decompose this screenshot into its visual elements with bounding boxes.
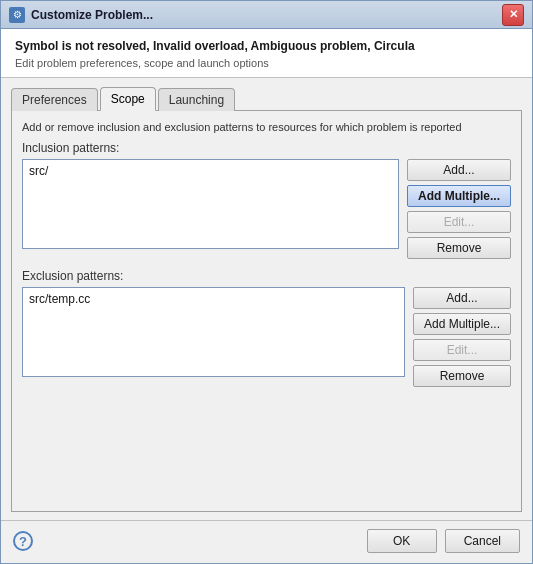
inclusion-section: src/ Add... Add Multiple... Edit... Remo… bbox=[22, 159, 511, 259]
dialog-footer: ? OK Cancel bbox=[1, 520, 532, 563]
inclusion-edit-button[interactable]: Edit... bbox=[407, 211, 511, 233]
tabs-bar: Preferences Scope Launching bbox=[11, 86, 522, 110]
scope-panel: Add or remove inclusion and exclusion pa… bbox=[11, 110, 522, 512]
exclusion-add-button[interactable]: Add... bbox=[413, 287, 511, 309]
exclusion-buttons: Add... Add Multiple... Edit... Remove bbox=[413, 287, 511, 387]
cancel-button[interactable]: Cancel bbox=[445, 529, 520, 553]
list-item: src/ bbox=[27, 163, 394, 179]
list-item: src/temp.cc bbox=[27, 291, 400, 307]
tab-preferences[interactable]: Preferences bbox=[11, 88, 98, 111]
dialog-header: Symbol is not resolved, Invalid overload… bbox=[1, 29, 532, 78]
exclusion-remove-button[interactable]: Remove bbox=[413, 365, 511, 387]
title-bar-text: Customize Problem... bbox=[31, 8, 502, 22]
inclusion-buttons: Add... Add Multiple... Edit... Remove bbox=[407, 159, 511, 259]
dialog-icon: ⚙ bbox=[9, 7, 25, 23]
problem-title: Symbol is not resolved, Invalid overload… bbox=[15, 39, 518, 53]
inclusion-add-button[interactable]: Add... bbox=[407, 159, 511, 181]
exclusion-edit-button[interactable]: Edit... bbox=[413, 339, 511, 361]
scope-description: Add or remove inclusion and exclusion pa… bbox=[22, 121, 511, 133]
exclusion-add-multiple-button[interactable]: Add Multiple... bbox=[413, 313, 511, 335]
close-button[interactable]: ✕ bbox=[502, 4, 524, 26]
exclusion-label: Exclusion patterns: bbox=[22, 269, 511, 283]
ok-button[interactable]: OK bbox=[367, 529, 437, 553]
inclusion-remove-button[interactable]: Remove bbox=[407, 237, 511, 259]
inclusion-list[interactable]: src/ bbox=[22, 159, 399, 249]
problem-subtitle: Edit problem preferences, scope and laun… bbox=[15, 57, 518, 69]
footer-left: ? bbox=[13, 531, 33, 551]
tab-scope[interactable]: Scope bbox=[100, 87, 156, 111]
exclusion-section: src/temp.cc Add... Add Multiple... Edit.… bbox=[22, 287, 511, 387]
tab-launching[interactable]: Launching bbox=[158, 88, 235, 111]
customize-problem-dialog: ⚙ Customize Problem... ✕ Symbol is not r… bbox=[0, 0, 533, 564]
inclusion-label: Inclusion patterns: bbox=[22, 141, 511, 155]
inclusion-add-multiple-button[interactable]: Add Multiple... bbox=[407, 185, 511, 207]
title-bar: ⚙ Customize Problem... ✕ bbox=[1, 1, 532, 29]
dialog-content: Preferences Scope Launching Add or remov… bbox=[1, 78, 532, 520]
footer-right: OK Cancel bbox=[367, 529, 520, 553]
exclusion-list[interactable]: src/temp.cc bbox=[22, 287, 405, 377]
help-button[interactable]: ? bbox=[13, 531, 33, 551]
